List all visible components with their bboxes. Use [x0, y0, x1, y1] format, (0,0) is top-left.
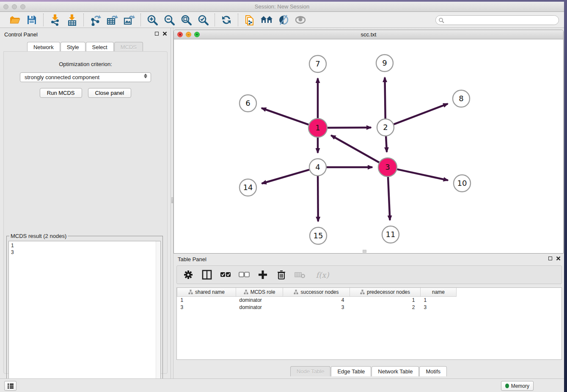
tab-node-table[interactable]: Node Table: [290, 366, 331, 376]
search-box[interactable]: [435, 15, 559, 25]
graph-node[interactable]: 1: [308, 119, 327, 137]
gear-icon: [184, 270, 193, 279]
add-row-button[interactable]: [257, 269, 268, 280]
zoom-out-icon: [164, 14, 175, 26]
tab-network-table[interactable]: Network Table: [372, 366, 419, 376]
column-header[interactable]: predecessor nodes: [350, 288, 421, 296]
graph-edge[interactable]: [385, 77, 385, 119]
graph-edge[interactable]: [388, 177, 390, 220]
import-network-button[interactable]: [48, 14, 62, 26]
function-builder-button[interactable]: f(x): [313, 269, 332, 280]
tab-network[interactable]: Network: [27, 42, 60, 52]
duplicate-network-button[interactable]: [242, 14, 257, 26]
graph-node[interactable]: 3: [378, 158, 397, 177]
column-header-label: successor nodes: [300, 289, 339, 295]
tab-mcds[interactable]: MCDS: [114, 42, 143, 52]
run-mcds-button[interactable]: Run MCDS: [40, 88, 82, 98]
network-canvas[interactable]: 7968124314101511: [174, 39, 563, 253]
column-header[interactable]: MCDS role: [236, 288, 283, 296]
table-cell[interactable]: 3: [421, 304, 457, 311]
graph-edge[interactable]: [328, 127, 371, 128]
refresh-view-button[interactable]: [219, 14, 234, 26]
tab-select[interactable]: Select: [86, 42, 114, 52]
result-scrollbar[interactable]: [156, 241, 160, 390]
hide-panels-button[interactable]: [293, 14, 308, 26]
graph-node[interactable]: 11: [382, 226, 399, 243]
export-table-button[interactable]: [105, 14, 119, 26]
graph-node[interactable]: 7: [309, 55, 326, 72]
column-header[interactable]: successor nodes: [283, 288, 350, 296]
zoom-in-button[interactable]: [145, 14, 160, 26]
graph-edge[interactable]: [397, 169, 448, 180]
status-bar: Memory: [0, 378, 564, 392]
node-table[interactable]: shared nameMCDS rolesuccessor nodesprede…: [176, 287, 562, 360]
graph-node[interactable]: 14: [239, 179, 256, 196]
table-cell[interactable]: 3: [283, 304, 350, 311]
table-settings-button[interactable]: [183, 269, 194, 280]
delete-table-button[interactable]: [295, 269, 306, 280]
refresh-icon: [221, 14, 232, 25]
canvas-scroll-handle[interactable]: [363, 250, 366, 253]
graph-edge[interactable]: [318, 176, 318, 221]
open-session-button[interactable]: [8, 14, 22, 26]
column-header-label: predecessor nodes: [367, 289, 410, 295]
task-history-button[interactable]: [4, 381, 17, 391]
graph-node[interactable]: 15: [310, 227, 327, 244]
table-cell[interactable]: 1: [350, 296, 421, 304]
tab-motifs[interactable]: Motifs: [419, 366, 447, 376]
network-window-titlebar[interactable]: ✕ − + scc.txt: [174, 30, 563, 39]
graph-node-label: 2: [383, 123, 388, 132]
tab-edge-table[interactable]: Edge Table: [331, 366, 371, 376]
table-row[interactable]: 3dominator323: [177, 304, 457, 311]
close-panel-icon[interactable]: [162, 31, 167, 36]
close-table-panel-icon[interactable]: [556, 256, 561, 261]
graph-edge[interactable]: [261, 108, 308, 124]
float-panel-icon[interactable]: [155, 32, 159, 36]
graph-edge[interactable]: [394, 104, 448, 124]
column-header[interactable]: shared name: [177, 288, 236, 296]
toggle-columns-button[interactable]: [201, 269, 212, 280]
panel-splitter[interactable]: [171, 28, 173, 380]
export-network-button[interactable]: [88, 14, 102, 26]
search-input[interactable]: [444, 17, 559, 23]
zoom-out-button[interactable]: [162, 14, 176, 26]
graph-node[interactable]: 2: [377, 119, 394, 136]
table-cell[interactable]: dominator: [236, 304, 283, 311]
delete-row-button[interactable]: [276, 269, 287, 280]
graph-node[interactable]: 10: [454, 175, 471, 192]
ndex-home-button[interactable]: [259, 14, 274, 26]
splitter-grip-icon[interactable]: [171, 197, 173, 203]
network-window[interactable]: ✕ − + scc.txt 7968124314101511: [173, 30, 564, 254]
mcds-result-group: MCDS result (2 nodes) 1 3: [6, 233, 163, 392]
table-cell[interactable]: 3: [177, 304, 236, 311]
select-all-button[interactable]: [220, 269, 231, 280]
table-cell[interactable]: 1: [177, 296, 236, 304]
mcds-result-text[interactable]: 1 3: [8, 241, 161, 391]
tab-style[interactable]: Style: [61, 42, 85, 52]
graph-edge[interactable]: [262, 170, 309, 184]
app-titlebar[interactable]: Session: New Session: [0, 2, 564, 12]
table-cell[interactable]: dominator: [236, 296, 283, 304]
graph-node[interactable]: 8: [453, 90, 470, 107]
table-cell[interactable]: 4: [283, 296, 350, 304]
graph-node[interactable]: 6: [239, 95, 256, 112]
memory-button[interactable]: Memory: [501, 381, 534, 391]
zoom-selected-button[interactable]: [196, 14, 210, 26]
table-cell[interactable]: 2: [350, 304, 421, 311]
vizmap-button[interactable]: [276, 14, 291, 26]
graph-edge[interactable]: [331, 135, 379, 163]
table-cell[interactable]: 1: [421, 296, 457, 304]
import-table-button[interactable]: [65, 14, 79, 26]
criterion-select[interactable]: strongly connected component: [20, 72, 151, 82]
float-table-panel-icon[interactable]: [548, 257, 552, 260]
zoom-fit-button[interactable]: [179, 14, 193, 26]
graph-node[interactable]: 4: [309, 159, 326, 176]
graph-edge[interactable]: [386, 136, 387, 152]
save-session-button[interactable]: [25, 14, 39, 26]
graph-node[interactable]: 9: [376, 55, 393, 72]
column-header[interactable]: name: [421, 288, 457, 296]
close-panel-button[interactable]: Close panel: [88, 88, 132, 98]
export-image-button[interactable]: [122, 14, 136, 26]
table-row[interactable]: 1dominator411: [177, 296, 457, 304]
unselect-all-button[interactable]: [239, 269, 250, 280]
